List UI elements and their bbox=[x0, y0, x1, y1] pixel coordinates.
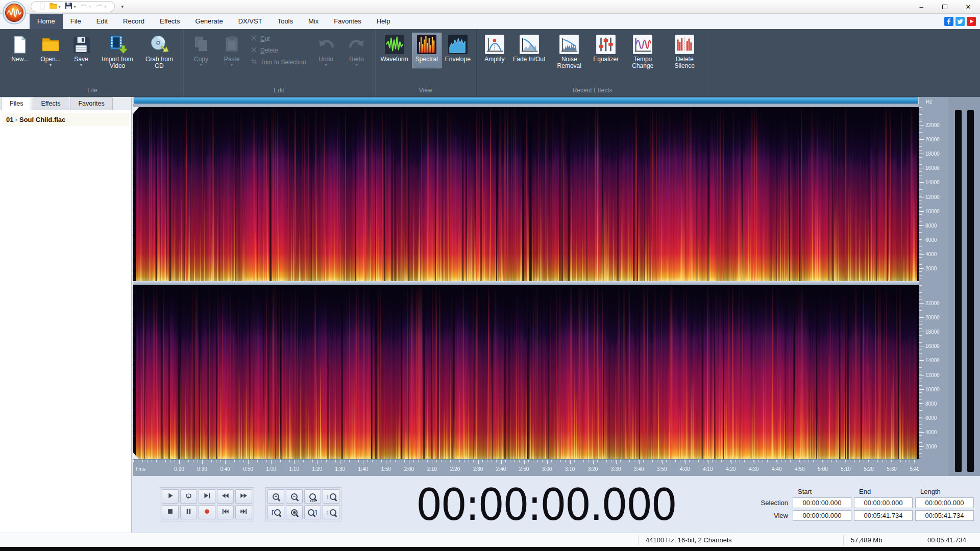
menu-tab-effects[interactable]: Effects bbox=[152, 14, 188, 29]
zoom-out-button[interactable]: − bbox=[286, 489, 303, 504]
sidebar-tab-effects[interactable]: Effects bbox=[33, 97, 68, 110]
view-end-field[interactable]: 00:05:41.734 bbox=[854, 510, 913, 521]
sidebar-tab-files[interactable]: Files bbox=[2, 97, 31, 110]
ribbon-button-delete-silence[interactable]: Delete Silence bbox=[664, 33, 705, 75]
zoom-selection-start-button[interactable]: [ bbox=[267, 505, 284, 519]
menu-tab-file[interactable]: File bbox=[63, 14, 89, 29]
menu-tab-favorites[interactable]: Favorites bbox=[326, 14, 369, 29]
time-tick-label: 3:30 bbox=[611, 466, 621, 472]
zoom-selection-end-button[interactable]: ] bbox=[304, 505, 321, 519]
zoom-controls: +−100↕[⊕]↕ bbox=[265, 487, 341, 521]
film-icon bbox=[107, 34, 128, 55]
audio-format-status: 44100 Hz, 16-bit, 2 Channels bbox=[638, 535, 843, 545]
ribbon-button-save[interactable]: Save▼ bbox=[66, 33, 96, 68]
time-tick-label: 5:10 bbox=[841, 466, 850, 472]
menu-tab-edit[interactable]: Edit bbox=[89, 14, 115, 29]
zoom-in-button[interactable]: + bbox=[267, 489, 284, 504]
spectrogram-left-channel[interactable] bbox=[133, 107, 919, 281]
magnifier-icon bbox=[330, 509, 336, 516]
ribbon-button-noise-removal[interactable]: Noise Removal bbox=[549, 33, 590, 75]
ribbon-label-delete-silence: Delete Silence bbox=[667, 56, 702, 69]
quick-access-toolbar: ▼▼▼▼ bbox=[31, 1, 115, 12]
selection-header-end: End bbox=[854, 488, 913, 495]
selection-start-field[interactable]: 00:00:00.000 bbox=[793, 497, 851, 508]
spectrogram-right-channel[interactable] bbox=[133, 285, 919, 459]
time-tick-label: 4:00 bbox=[680, 466, 690, 472]
menu-tab-record[interactable]: Record bbox=[115, 14, 152, 29]
menu-tab-home[interactable]: Home bbox=[30, 14, 63, 29]
quick-save-button[interactable]: ▼ bbox=[64, 2, 78, 12]
horizontal-scrollbar[interactable] bbox=[133, 97, 919, 104]
ribbon-button-envelope[interactable]: Envelope bbox=[443, 33, 473, 68]
ribbon-button-delete: Delete bbox=[251, 46, 306, 55]
view-length-field[interactable]: 00:05:41.734 bbox=[915, 510, 974, 521]
sidebar-tab-favorites[interactable]: Favorites bbox=[70, 97, 112, 110]
ribbon-button-grab-from-cd[interactable]: Grab from CD bbox=[139, 33, 180, 75]
ribbon-button-import-from-video[interactable]: Import from Video bbox=[97, 33, 138, 75]
ribbon-button-tempo-change[interactable]: Tempo Change bbox=[622, 33, 663, 75]
time-tick-label: 1:50 bbox=[381, 466, 391, 472]
record-button[interactable] bbox=[199, 505, 215, 519]
time-tick-label: 1:30 bbox=[335, 466, 345, 472]
paste-icon bbox=[222, 34, 242, 55]
facebook-button[interactable] bbox=[944, 17, 953, 26]
frequency-tick-label: 14000 bbox=[925, 180, 940, 185]
close-button[interactable]: ✕ bbox=[957, 0, 980, 14]
view-start-field[interactable]: 00:00:00.000 bbox=[793, 510, 851, 521]
pause-icon bbox=[185, 508, 192, 517]
ribbon-button-waveform[interactable]: Waveform bbox=[378, 33, 411, 68]
channel-divider[interactable] bbox=[133, 281, 919, 285]
zoom-vertical-out-button[interactable]: ↕ bbox=[323, 505, 339, 519]
chevron-down-icon: ▼ bbox=[88, 5, 92, 9]
menu-tab-dx-vst[interactable]: DX/VST bbox=[231, 14, 270, 29]
ribbon-button-equalizer[interactable]: Equalizer bbox=[591, 33, 621, 68]
app-window: ▼▼▼▼ ▼ –✕ HomeFileEditRecordEffectsGener… bbox=[0, 0, 980, 551]
menu-tab-tools[interactable]: Tools bbox=[270, 14, 301, 29]
horizontal-scrollbar-thumb[interactable] bbox=[134, 97, 918, 104]
rewind-button[interactable] bbox=[217, 489, 234, 504]
frequency-tick-label: 12000 bbox=[925, 194, 940, 199]
menu-tab-mix[interactable]: Mix bbox=[301, 14, 326, 29]
quick-open-button[interactable]: ▼ bbox=[48, 2, 62, 12]
loop-button[interactable] bbox=[180, 489, 197, 504]
ribbon-label-grab-from-cd: Grab from CD bbox=[141, 56, 177, 69]
zoom-100-button[interactable]: 100 bbox=[304, 489, 321, 504]
menu-tab-help[interactable]: Help bbox=[369, 14, 398, 29]
zoom-modifier: ] bbox=[315, 510, 317, 515]
quick-access-customize-button[interactable]: ▼ bbox=[118, 4, 127, 10]
menu-bar: HomeFileEditRecordEffectsGenerateDX/VSTT… bbox=[0, 14, 980, 29]
ribbon-label-fade-in-out: Fade In/Out bbox=[513, 56, 545, 63]
file-list-item[interactable]: 01 - Soul Child.flac bbox=[2, 113, 129, 126]
ribbon-button-amplify[interactable]: Amplify bbox=[480, 33, 509, 68]
selection-length-field[interactable]: 00:00:00.000 bbox=[915, 497, 974, 508]
maximize-button[interactable] bbox=[933, 0, 957, 14]
youtube-button[interactable] bbox=[967, 17, 976, 26]
play-button[interactable] bbox=[162, 489, 179, 504]
waveform-icon bbox=[384, 34, 405, 55]
zoom-to-selection-button[interactable]: ⊕ bbox=[286, 505, 303, 519]
zoom-vertical-in-button[interactable]: ↕ bbox=[323, 489, 339, 504]
go-to-start-button[interactable] bbox=[217, 505, 234, 519]
time-tick-label: 3:50 bbox=[657, 466, 667, 472]
app-logo-icon[interactable] bbox=[3, 1, 26, 24]
ribbon-label-new: New... bbox=[11, 56, 28, 63]
selection-row-label-view: View bbox=[750, 512, 790, 519]
stop-button[interactable] bbox=[162, 505, 179, 519]
ribbon-button-spectral[interactable]: Spectral bbox=[412, 33, 442, 68]
selection-end-field[interactable]: 00:00:00.000 bbox=[854, 497, 913, 508]
pause-button[interactable] bbox=[180, 505, 197, 519]
fast-forward-button[interactable] bbox=[235, 489, 252, 504]
ribbon-button-fade-in-out[interactable]: Fade In/Out bbox=[510, 33, 548, 68]
play-to-next-button[interactable] bbox=[199, 489, 215, 504]
ribbon-label-open: Open... bbox=[40, 56, 60, 63]
ribbon-button-new[interactable]: New... bbox=[5, 33, 35, 68]
minimize-button[interactable]: – bbox=[910, 0, 933, 14]
menu-tab-generate[interactable]: Generate bbox=[187, 14, 230, 29]
status-bar: 44100 Hz, 16-bit, 2 Channels57,489 Mb00:… bbox=[0, 533, 980, 547]
twitter-button[interactable] bbox=[955, 17, 965, 26]
time-ruler[interactable]: hms0:200:300:400:501:001:101:201:301:401… bbox=[133, 459, 919, 476]
ribbon-button-open[interactable]: Open...▼ bbox=[36, 33, 65, 68]
frequency-tick-label: 4000 bbox=[925, 429, 937, 435]
time-tick-label: 2:00 bbox=[404, 466, 414, 472]
go-to-end-button[interactable] bbox=[235, 505, 252, 519]
